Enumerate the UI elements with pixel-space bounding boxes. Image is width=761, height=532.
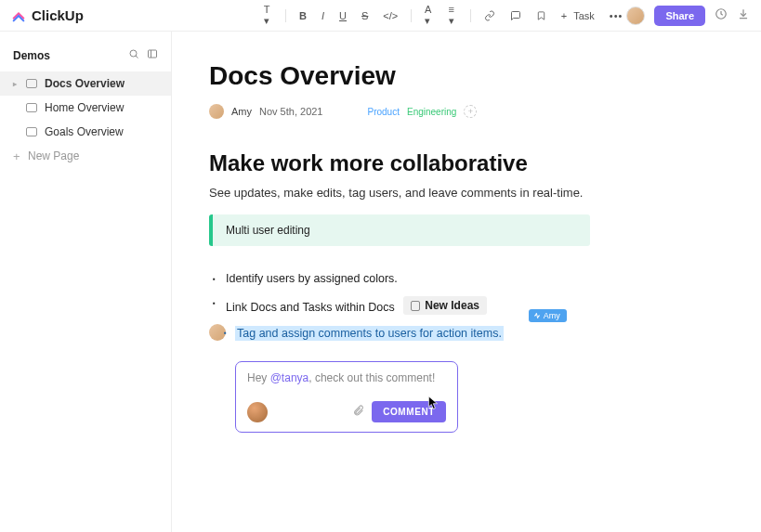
bold-button[interactable]: B: [295, 8, 310, 23]
add-tag-button[interactable]: +: [464, 105, 477, 118]
attachment-icon[interactable]: [352, 404, 364, 421]
underline-button[interactable]: U: [335, 8, 350, 23]
svg-rect-2: [149, 50, 157, 58]
user-avatar[interactable]: [626, 6, 645, 25]
doc-meta: Amy Nov 5th, 2021 Product Engineering +: [209, 104, 724, 119]
doc-icon: [411, 301, 420, 311]
search-icon[interactable]: [128, 48, 139, 62]
mention[interactable]: @tanya: [270, 371, 309, 384]
sidebar: Demos ▸ Docs Overview: [0, 32, 172, 532]
doc-icon: [26, 103, 37, 112]
add-task-button[interactable]: + Task: [558, 8, 598, 23]
caret-icon: ▸: [13, 80, 19, 88]
document-content: Docs Overview Amy Nov 5th, 2021 Product …: [172, 32, 761, 532]
clickup-logo-icon: [11, 8, 26, 23]
highlighted-text[interactable]: Tag and assign comments to users for act…: [235, 326, 504, 341]
callout-block[interactable]: Multi user editing: [209, 214, 590, 246]
comment-icon[interactable]: [506, 8, 525, 23]
text-color-button[interactable]: A ▾: [421, 2, 438, 29]
more-icon[interactable]: •••: [606, 8, 627, 23]
author-avatar[interactable]: [209, 104, 224, 119]
sidebar-title[interactable]: Demos: [0, 41, 171, 71]
commenter-avatar[interactable]: [247, 402, 268, 422]
comment-input[interactable]: Hey @tanya, check out this comment!: [247, 371, 446, 384]
highlighted-line: Tag and assign comments to users for act…: [209, 324, 724, 341]
download-icon[interactable]: [737, 7, 750, 23]
sidebar-item-docs-overview[interactable]: ▸ Docs Overview: [0, 71, 171, 96]
section-heading[interactable]: Make work more collaborative: [209, 150, 724, 176]
bullet-item[interactable]: Link Docs and Tasks within Docs New Idea…: [226, 291, 724, 320]
code-button[interactable]: </>: [379, 8, 401, 23]
sidebar-item-home-overview[interactable]: Home Overview: [0, 96, 171, 120]
share-button[interactable]: Share: [654, 6, 705, 26]
strikethrough-button[interactable]: S: [358, 8, 372, 23]
tag-product[interactable]: Product: [368, 107, 400, 117]
tag-engineering[interactable]: Engineering: [407, 107, 456, 117]
presence-indicator: Amy: [529, 309, 567, 322]
sidebar-item-label: New Page: [28, 149, 79, 162]
sidebar-item-goals-overview[interactable]: Goals Overview: [0, 120, 171, 144]
brand-name: ClickUp: [32, 7, 84, 23]
bookmark-icon[interactable]: [532, 8, 550, 23]
comment-submit-button[interactable]: COMMENT: [372, 401, 446, 422]
link-icon[interactable]: [480, 8, 499, 23]
doc-date: Nov 5th, 2021: [259, 106, 323, 117]
sidebar-item-label: Goals Overview: [45, 125, 124, 138]
align-button[interactable]: ≡ ▾: [445, 2, 462, 29]
brand-logo[interactable]: ClickUp: [11, 7, 84, 23]
doc-icon: [26, 127, 37, 136]
topbar: ClickUp T ▾ B I U S </> A ▾ ≡ ▾ + Ta: [0, 0, 761, 32]
formatting-toolbar: T ▾ B I U S </> A ▾ ≡ ▾ + Task •••: [260, 2, 627, 29]
sidebar-new-page[interactable]: + New Page: [0, 144, 171, 168]
sidebar-item-label: Docs Overview: [45, 77, 125, 90]
author-name: Amy: [231, 106, 252, 117]
plus-icon: +: [13, 150, 20, 162]
history-icon[interactable]: [715, 7, 728, 23]
bullet-item[interactable]: Identify users by assigned colors.: [226, 266, 724, 291]
text-style-dropdown[interactable]: T ▾: [260, 2, 277, 29]
comment-composer[interactable]: Hey @tanya, check out this comment! COMM…: [235, 361, 458, 433]
svg-point-1: [130, 50, 137, 57]
doc-icon: [26, 79, 37, 88]
page-title[interactable]: Docs Overview: [209, 61, 724, 91]
sidebar-toggle-icon[interactable]: [147, 48, 158, 62]
section-subtitle[interactable]: See updates, make edits, tag users, and …: [209, 186, 724, 200]
sidebar-item-label: Home Overview: [45, 101, 124, 114]
doc-link-chip[interactable]: New Ideas: [403, 296, 487, 315]
italic-button[interactable]: I: [318, 8, 328, 23]
